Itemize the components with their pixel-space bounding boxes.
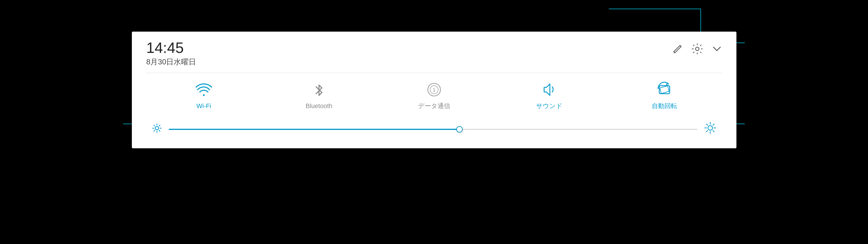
data-label: データ通信 — [418, 102, 450, 110]
connector-line-right2 — [736, 124, 745, 124]
brightness-row — [146, 122, 722, 137]
svg-text:1: 1 — [433, 88, 436, 93]
svg-line-14 — [154, 131, 155, 131]
brightness-slider[interactable] — [169, 129, 697, 130]
sound-toggle[interactable]: サウンド — [526, 82, 572, 110]
settings-button[interactable] — [691, 43, 703, 55]
bluetooth-toggle[interactable]: Bluetooth — [296, 82, 342, 110]
brightness-thumb[interactable] — [456, 126, 463, 133]
svg-point-6 — [155, 127, 159, 130]
svg-point-0 — [695, 47, 699, 50]
svg-line-23 — [707, 131, 708, 132]
data-icon: 1 — [426, 82, 442, 98]
rotate-toggle[interactable]: 自動回転 — [642, 82, 687, 110]
svg-line-12 — [159, 131, 160, 131]
collapse-button[interactable] — [712, 44, 722, 54]
sound-label: サウンド — [536, 102, 562, 110]
datetime-block: 14:45 8月30日水曜日 — [146, 40, 196, 67]
divider — [146, 73, 722, 73]
header-row: 14:45 8月30日水曜日 — [146, 40, 722, 67]
wifi-toggle[interactable]: Wi-Fi — [181, 82, 227, 110]
wifi-label: Wi-Fi — [196, 102, 211, 110]
svg-line-11 — [154, 125, 155, 126]
data-toggle[interactable]: 1 データ通信 — [411, 82, 457, 110]
wifi-icon — [196, 82, 212, 98]
svg-rect-5 — [660, 86, 669, 94]
svg-line-21 — [713, 131, 714, 132]
svg-line-22 — [713, 124, 714, 125]
brightness-min-icon — [152, 123, 162, 135]
quick-settings-panel: 14:45 8月30日水曜日 — [132, 32, 737, 148]
brightness-fill — [169, 129, 460, 130]
bluetooth-icon — [311, 82, 327, 98]
rotate-label: 自動回転 — [652, 102, 677, 110]
toggles-row: Wi-Fi Bluetooth 1 データ通信 — [146, 79, 722, 113]
svg-line-13 — [159, 125, 160, 126]
connector-line-left — [123, 124, 132, 124]
time-display: 14:45 — [146, 40, 196, 55]
bluetooth-label: Bluetooth — [306, 102, 333, 110]
date-display: 8月30日水曜日 — [146, 57, 196, 67]
edit-button[interactable] — [673, 44, 683, 54]
brightness-max-icon — [704, 122, 716, 137]
header-icons — [673, 43, 722, 55]
rotate-icon — [656, 82, 673, 98]
sound-icon — [541, 82, 557, 98]
svg-point-15 — [708, 126, 713, 130]
connector-line-top — [609, 9, 701, 9]
svg-line-20 — [707, 124, 708, 125]
screen-container: 14:45 8月30日水曜日 — [0, 0, 868, 244]
